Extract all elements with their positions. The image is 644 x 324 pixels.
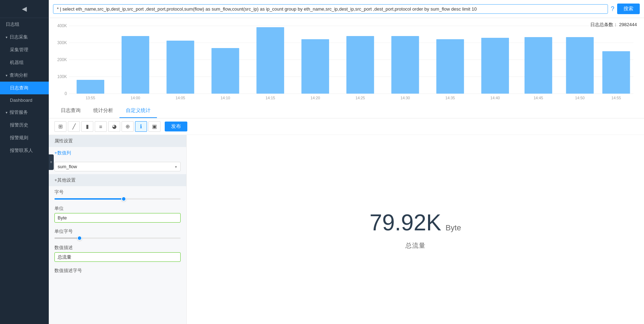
column-select[interactable]: sum_flow ip_count <box>54 162 181 171</box>
sidebar-item-alarm-history[interactable]: 报警历史 <box>0 119 49 131</box>
svg-rect-18 <box>257 27 284 94</box>
unit-font-size-slider[interactable] <box>49 236 186 242</box>
publish-button[interactable]: 发布 <box>165 122 187 131</box>
svg-text:14:25: 14:25 <box>356 96 365 100</box>
unit-input[interactable] <box>54 213 181 223</box>
preview-panel: 79.92K Byte 总流量 <box>187 135 644 324</box>
sidebar-item-label: 报警历史 <box>10 122 28 128</box>
sidebar-item-label: 日志查询 <box>10 85 28 91</box>
svg-text:14:40: 14:40 <box>490 96 500 100</box>
sidebar-item-alarm-contacts[interactable]: 报警联系人 <box>0 144 49 157</box>
svg-text:14:10: 14:10 <box>221 96 230 100</box>
font-size-slider-fill <box>54 198 124 200</box>
font-size-label: 字号 <box>49 186 186 197</box>
sidebar-section-label: 查询分析 <box>10 72 28 78</box>
font-size-slider-thumb[interactable] <box>121 196 126 201</box>
table-view-button[interactable]: ⊞ <box>54 121 66 132</box>
preview-value-display: 79.92K Byte <box>370 210 461 236</box>
sidebar-collapse-button[interactable]: ≡ <box>49 154 54 170</box>
left-panel: 属性设置 +数值列 sum_flow ip_count ▾ +其他设置 字号 <box>49 135 187 324</box>
back-button[interactable]: ◀ <box>0 0 49 18</box>
preview-number: 79.92K <box>370 210 441 236</box>
sidebar-item-log-query[interactable]: 日志查询 <box>0 82 49 94</box>
svg-text:0: 0 <box>65 91 67 96</box>
pie-chart-button[interactable]: ◕ <box>108 121 120 132</box>
svg-text:14:45: 14:45 <box>534 96 543 100</box>
font-size-slider[interactable] <box>49 197 186 202</box>
svg-text:14:50: 14:50 <box>575 96 585 100</box>
svg-rect-12 <box>122 36 149 94</box>
svg-rect-16 <box>211 48 239 94</box>
tab-stat-analysis[interactable]: 统计分析 <box>87 104 119 118</box>
svg-text:14:20: 14:20 <box>310 96 320 100</box>
svg-text:400K: 400K <box>57 23 67 28</box>
tab-custom-stat[interactable]: 自定义统计 <box>119 104 157 118</box>
search-bar: ? 搜索 <box>49 0 644 18</box>
info-card-button[interactable]: ℹ <box>135 121 147 132</box>
preview-label: 总流量 <box>405 241 426 250</box>
main-content: ? 搜索 日志总条数： 2982444 400K 300K 200K 100K … <box>49 0 644 324</box>
sidebar-item-label: 报警规则 <box>10 135 28 141</box>
column-select-wrapper: sum_flow ip_count ▾ <box>54 162 181 171</box>
line-chart-button[interactable]: ╱ <box>68 121 80 132</box>
svg-text:14:55: 14:55 <box>611 96 621 100</box>
numeric-desc-label: 数值描述 <box>49 242 186 252</box>
sidebar-item-label: 报警联系人 <box>10 147 33 154</box>
chart-total-label: 日志总条数： 2982444 <box>590 22 637 28</box>
back-icon: ◀ <box>22 5 27 13</box>
sidebar-item-label: Dashboard <box>10 98 33 103</box>
sidebar-item-label: 机器组 <box>10 59 24 66</box>
other-settings-header: +其他设置 <box>49 174 186 186</box>
sidebar-item-label: 日志组 <box>6 21 19 28</box>
svg-text:200K: 200K <box>57 57 67 62</box>
svg-text:14:35: 14:35 <box>445 96 455 100</box>
svg-rect-30 <box>525 37 552 94</box>
sidebar-section-label: 日志采集 <box>10 34 28 40</box>
sidebar-toggle-query-analysis[interactable]: ▾ 查询分析 <box>0 69 49 82</box>
sidebar-item-collect-mgmt[interactable]: 采集管理 <box>0 43 49 56</box>
bar-chart-button[interactable]: ▮ <box>81 121 93 132</box>
unit-font-size-label: 单位字号 <box>49 225 186 236</box>
svg-rect-26 <box>436 39 464 94</box>
svg-text:14:30: 14:30 <box>400 96 410 100</box>
svg-rect-20 <box>301 39 329 94</box>
sidebar-item-label: 采集管理 <box>10 47 28 53</box>
svg-rect-10 <box>77 80 104 94</box>
sidebar-item-dashboard[interactable]: Dashboard <box>0 94 49 106</box>
numeric-desc-font-label: 数值描述字号 <box>49 265 186 275</box>
sidebar-item-log-group[interactable]: 日志组 <box>0 18 49 31</box>
svg-text:300K: 300K <box>57 40 67 45</box>
svg-text:14:00: 14:00 <box>131 96 140 100</box>
search-input[interactable] <box>53 4 608 14</box>
content-area: 属性设置 +数值列 sum_flow ip_count ▾ +其他设置 字号 <box>49 135 644 324</box>
tabs-bar: 日志查询 统计分析 自定义统计 <box>49 104 644 118</box>
sidebar-toggle-log-collect[interactable]: ▾ 日志采集 <box>0 31 49 43</box>
svg-rect-14 <box>166 41 194 94</box>
arrow-icon: ▾ <box>6 35 7 39</box>
chart-area: 日志总条数： 2982444 400K 300K 200K 100K 0 13:… <box>49 18 644 104</box>
svg-rect-28 <box>481 38 509 94</box>
sidebar-toggle-report-service[interactable]: ▾ 报管服务 <box>0 106 49 119</box>
help-icon[interactable]: ? <box>611 5 614 13</box>
svg-text:14:15: 14:15 <box>265 96 275 100</box>
svg-rect-22 <box>346 36 374 94</box>
column-select-field: sum_flow ip_count ▾ <box>49 159 186 174</box>
sidebar-item-machine-group[interactable]: 机器组 <box>0 56 49 69</box>
tab-log-query[interactable]: 日志查询 <box>54 104 87 118</box>
add-numeric-col-link[interactable]: +数值列 <box>49 147 186 159</box>
arrow-icon: ▾ <box>6 73 7 77</box>
search-button[interactable]: 搜索 <box>617 4 640 14</box>
svg-text:13:55: 13:55 <box>86 96 95 100</box>
grid-view-button[interactable]: ▣ <box>148 121 160 132</box>
map-view-button[interactable]: ⊕ <box>122 121 134 132</box>
svg-rect-34 <box>602 51 630 94</box>
font-size-slider-track <box>54 198 181 200</box>
svg-text:14:05: 14:05 <box>176 96 185 100</box>
sidebar-section-label: 报管服务 <box>10 109 28 116</box>
property-settings-header: 属性设置 <box>49 135 186 147</box>
arrow-icon: ▾ <box>6 111 7 114</box>
unit-font-size-slider-thumb[interactable] <box>77 236 82 241</box>
list-view-button[interactable]: ≡ <box>95 121 107 132</box>
numeric-desc-input[interactable] <box>54 252 181 262</box>
sidebar-item-alarm-rules[interactable]: 报警规则 <box>0 131 49 144</box>
